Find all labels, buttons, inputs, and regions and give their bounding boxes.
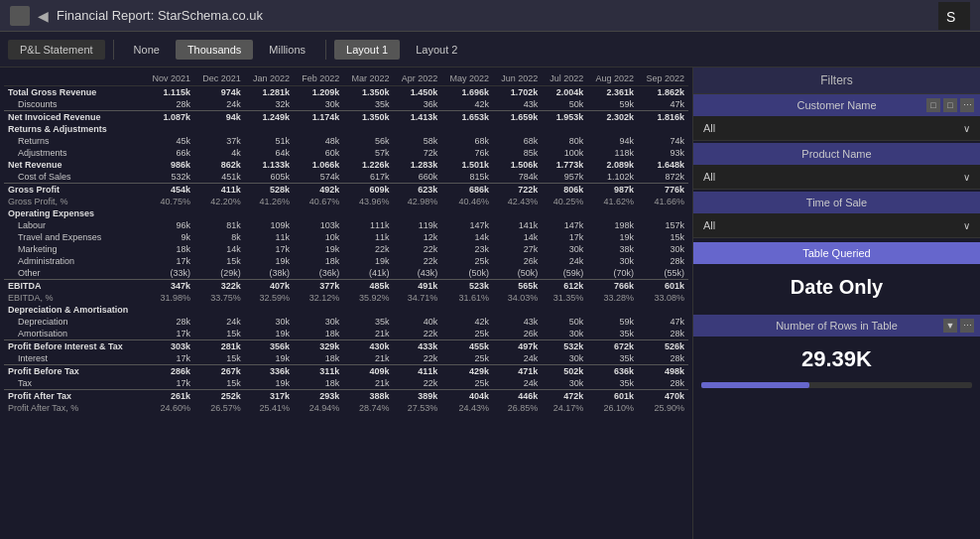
- row-cell: 43k: [493, 98, 542, 111]
- row-cell-empty: [542, 304, 587, 316]
- main-layout: Nov 2021 Dec 2021 Jan 2022 Feb 2022 Mar …: [0, 67, 980, 539]
- row-cell: 198k: [587, 219, 638, 231]
- row-cell: 347k: [144, 280, 194, 293]
- customer-name-icon1[interactable]: □: [926, 98, 940, 112]
- row-cell: 81k: [194, 219, 245, 231]
- table-queried-header: Table Queried: [693, 242, 980, 264]
- time-of-sale-dropdown[interactable]: All ∨: [693, 213, 980, 238]
- row-cell: 85k: [493, 147, 542, 159]
- row-cell: 1.862k: [638, 86, 688, 99]
- tab-thousands[interactable]: Thousands: [176, 40, 253, 60]
- table-row: Profit After Tax, %24.60%26.57%25.41%24.…: [4, 402, 688, 414]
- row-cell: 523k: [441, 280, 493, 293]
- row-cell: 30k: [294, 316, 343, 328]
- row-cell: 15k: [194, 328, 245, 340]
- rows-filter-icon[interactable]: ▼: [943, 319, 957, 333]
- row-cell: 118k: [587, 147, 638, 159]
- rows-value: 29.39K: [693, 337, 980, 382]
- row-cell: 1.773k: [542, 159, 587, 171]
- customer-name-icons: □ □ ⋯: [926, 98, 974, 112]
- customer-name-icon2[interactable]: □: [943, 98, 957, 112]
- row-cell: 252k: [194, 390, 245, 403]
- row-cell: 24.43%: [441, 402, 493, 414]
- row-cell: (29k): [194, 267, 245, 280]
- row-cell: 532k: [144, 171, 194, 184]
- product-name-chevron: ∨: [963, 172, 970, 183]
- tab-none[interactable]: None: [122, 40, 172, 60]
- row-cell: 1.281k: [245, 86, 294, 99]
- row-cell: 24k: [194, 316, 245, 328]
- row-cell: 15k: [638, 231, 688, 243]
- row-cell: 28k: [638, 328, 688, 340]
- row-cell: 17k: [144, 255, 194, 267]
- row-cell: (41k): [343, 267, 393, 280]
- table-row: Gross Profit454k411k528k492k609k623k686k…: [4, 184, 688, 197]
- tab-layout2[interactable]: Layout 2: [404, 40, 469, 60]
- row-cell: 455k: [441, 340, 493, 353]
- divider-2: [325, 40, 326, 60]
- row-cell-empty: [638, 123, 688, 135]
- row-cell: 30k: [542, 352, 587, 365]
- row-cell: 815k: [441, 171, 493, 184]
- customer-name-icon3[interactable]: ⋯: [960, 98, 974, 112]
- tab-pl-statement[interactable]: P&L Statement: [8, 40, 105, 60]
- row-cell-empty: [294, 304, 343, 316]
- row-cell: 4k: [194, 147, 245, 159]
- row-cell: 356k: [245, 340, 294, 353]
- row-cell: 293k: [294, 390, 343, 403]
- row-label: Depreciation & Amortisation: [4, 304, 144, 316]
- row-cell-empty: [441, 207, 493, 219]
- row-cell: 1.413k: [394, 111, 442, 124]
- row-cell-empty: [493, 304, 542, 316]
- row-cell: 30k: [638, 243, 688, 255]
- row-cell: 42.43%: [493, 196, 542, 207]
- row-cell: 377k: [294, 280, 343, 293]
- rows-more-icon[interactable]: ⋯: [960, 319, 974, 333]
- back-button[interactable]: ◀: [38, 8, 49, 24]
- row-label: Other: [4, 267, 144, 280]
- row-cell-empty: [343, 207, 393, 219]
- row-cell: 30k: [245, 316, 294, 328]
- row-label: Tax: [4, 377, 144, 390]
- row-cell: 50k: [542, 98, 587, 111]
- row-cell: 22k: [394, 352, 442, 365]
- row-label: Profit After Tax, %: [4, 402, 144, 414]
- financial-table: Nov 2021 Dec 2021 Jan 2022 Feb 2022 Mar …: [4, 71, 688, 414]
- tab-millions[interactable]: Millions: [257, 40, 317, 60]
- row-cell: 672k: [587, 340, 638, 353]
- col-header-mar22: Mar 2022: [343, 71, 393, 86]
- table-queried-value: Date Only: [693, 264, 980, 311]
- row-cell: 660k: [394, 171, 442, 184]
- row-cell: 96k: [144, 219, 194, 231]
- row-cell: 19k: [245, 255, 294, 267]
- row-cell: (70k): [587, 267, 638, 280]
- row-cell: 1.174k: [294, 111, 343, 124]
- row-cell: 528k: [245, 184, 294, 197]
- row-cell: 502k: [542, 365, 587, 378]
- row-cell: 267k: [194, 365, 245, 378]
- row-cell: 430k: [343, 340, 393, 353]
- row-cell: (55k): [638, 267, 688, 280]
- rows-label: Number of Rows in Table: [776, 320, 898, 332]
- rows-bar: [701, 382, 972, 388]
- row-cell: 1.350k: [343, 86, 393, 99]
- row-cell: 51k: [245, 135, 294, 147]
- row-cell: 862k: [194, 159, 245, 171]
- row-cell: 806k: [542, 184, 587, 197]
- row-cell: 1.209k: [294, 86, 343, 99]
- row-cell: 411k: [194, 184, 245, 197]
- row-cell: 336k: [245, 365, 294, 378]
- product-name-dropdown[interactable]: All ∨: [693, 165, 980, 190]
- customer-name-filter: Customer Name □ □ ⋯ All ∨: [693, 94, 980, 141]
- customer-name-dropdown[interactable]: All ∨: [693, 116, 980, 141]
- row-cell: 1.087k: [144, 111, 194, 124]
- row-cell: 157k: [638, 219, 688, 231]
- row-cell: 532k: [542, 340, 587, 353]
- row-cell: 34.71%: [394, 292, 442, 304]
- row-cell: 433k: [394, 340, 442, 353]
- tab-layout1[interactable]: Layout 1: [334, 40, 400, 60]
- table-row: Interest17k15k19k18k21k22k25k24k30k35k28…: [4, 352, 688, 365]
- row-cell-empty: [245, 304, 294, 316]
- row-cell: 22k: [394, 377, 442, 390]
- row-label: Labour: [4, 219, 144, 231]
